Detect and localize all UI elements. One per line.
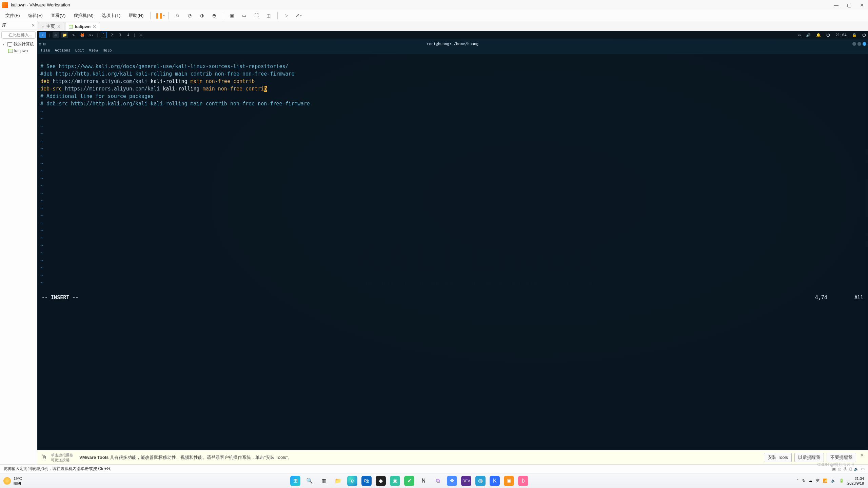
taskbar-app-4-icon[interactable]: ❖ [447, 476, 457, 486]
tab-kalipwn[interactable]: kalipwn ✕ [65, 22, 100, 31]
device-cd-icon[interactable]: ◎ [838, 467, 841, 471]
kali-menu-icon[interactable]: ⚡ [39, 32, 46, 38]
taskbar-app-terminal-icon[interactable]: ▭ [138, 32, 144, 38]
taskbar-edge-icon[interactable]: e [347, 476, 357, 486]
terminal-tab-next-icon[interactable]: ◧ [43, 42, 46, 46]
send-ctrl-alt-del-button[interactable]: ⎙ [173, 12, 181, 20]
menu-file[interactable]: 文件(F) [3, 11, 22, 20]
systray-expand-icon[interactable]: ˄ [797, 479, 799, 483]
snapshot-manage-button[interactable]: ◓ [210, 12, 218, 20]
taskbar-app-3-icon[interactable]: ✔ [404, 476, 414, 486]
view-unity-button[interactable]: ◫ [264, 12, 273, 20]
device-network-icon[interactable]: 🖧 [843, 467, 847, 471]
terminal-min-button[interactable] [852, 42, 856, 46]
systray-cloud-icon[interactable]: ☁ [809, 479, 812, 483]
taskbar-clock-date: 2023/9/18 [847, 481, 864, 486]
view-stretch-dropdown-button[interactable]: ⤢ [295, 12, 303, 20]
taskbar-bilibili-icon[interactable]: b [518, 476, 528, 486]
menu-help[interactable]: 帮助(H) [126, 11, 145, 20]
menu-vm[interactable]: 虚拟机(M) [72, 11, 96, 20]
term-menu-view[interactable]: View [89, 48, 98, 53]
terminal-tab-prev-icon[interactable]: ▤ [39, 42, 41, 46]
tab-home[interactable]: ⌂ 主页 ✕ [38, 22, 64, 31]
kali-text-editor-icon[interactable]: ✎ [70, 32, 77, 38]
workspace-4[interactable]: 4 [125, 32, 131, 38]
start-button[interactable]: ⊞ [290, 476, 300, 486]
tray-volume-icon[interactable]: 🔊 [806, 33, 811, 37]
device-usb-icon[interactable]: ⎙ [849, 467, 852, 471]
click-to-send-keys-hint-l2: 可发送按键 [51, 458, 73, 462]
taskbar-app-1-icon[interactable]: ◆ [376, 476, 386, 486]
window-close-button[interactable]: ✕ [858, 2, 866, 8]
taskbar-notion-icon[interactable]: N [418, 476, 429, 486]
device-display-icon[interactable]: ▭ [861, 467, 865, 471]
terminal-body[interactable]: # See https://www.kali.org/docs/general-… [38, 54, 868, 301]
view-console-button[interactable]: ▭ [240, 12, 248, 20]
systray-sync-icon[interactable]: ↻ [802, 479, 805, 483]
taskbar-vmware-icon[interactable]: ▣ [504, 476, 514, 486]
systray-battery-icon[interactable]: 🔋 [839, 479, 844, 483]
kali-firefox-icon[interactable]: 🦊 [79, 32, 86, 38]
vmtools-remind-later-button[interactable]: 以后提醒我 [794, 453, 824, 462]
taskbar-explorer-icon[interactable]: 📁 [333, 476, 343, 486]
view-fullscreen-button[interactable]: ⛶ [252, 12, 260, 20]
vim-status-line: -- INSERT -- 4,74 All [38, 294, 868, 301]
systray-ime-lang[interactable]: 英 [816, 478, 820, 483]
systray-wifi-icon[interactable]: 📶 [823, 479, 828, 483]
vm-power-pause-button[interactable]: ❚❚ [155, 12, 163, 20]
tray-lock-icon[interactable]: 🔒 [852, 33, 857, 37]
taskbar-store-icon[interactable]: 🛍 [361, 476, 372, 486]
term-menu-help[interactable]: Help [103, 48, 112, 53]
tray-clock[interactable]: 21:04 [835, 33, 847, 37]
tree-my-computer[interactable]: ▾ 我的计算机 [1, 41, 36, 48]
taskbar-visualstudio-icon[interactable]: ⧉ [433, 476, 443, 486]
tab-home-close[interactable]: ✕ [57, 24, 61, 29]
tray-notification-icon[interactable]: 🔔 [816, 33, 821, 37]
window-maximize-button[interactable]: ▢ [845, 2, 853, 8]
kali-shortcut-dropdown-icon[interactable]: ▫ [88, 32, 95, 38]
kali-files-icon[interactable]: 📁 [61, 32, 68, 38]
vmtools-install-button[interactable]: 安装 Tools [764, 453, 792, 462]
systray-volume-icon[interactable]: 🔈 [831, 479, 836, 483]
terminal-titlebar[interactable]: ▤ ◧ root@huang: /home/huang [38, 40, 868, 47]
weather-desc: 晴朗 [14, 481, 22, 486]
tray-power-icon[interactable]: ⏻ [862, 33, 866, 37]
term-menu-file[interactable]: File [41, 48, 50, 53]
term-menu-edit[interactable]: Edit [75, 48, 84, 53]
taskbar-search-icon[interactable]: 🔍 [304, 476, 315, 486]
menu-edit[interactable]: 编辑(E) [26, 11, 45, 20]
tree-vm-kalipwn[interactable]: kalipwn [1, 48, 36, 54]
terminal-max-button[interactable] [857, 42, 861, 46]
terminal-close-button[interactable] [863, 42, 866, 46]
vmtools-banner-close[interactable]: ✕ [860, 453, 864, 462]
vmtools-never-remind-button[interactable]: 不要提醒我 [827, 453, 856, 462]
sidebar-search-input[interactable] [1, 31, 36, 39]
guest-display[interactable]: KALI LINUX "the quieter you become, the … [37, 31, 868, 450]
window-minimize-button[interactable]: — [832, 2, 840, 8]
term-menu-actions[interactable]: Actions [55, 48, 71, 53]
kali-terminal-icon[interactable]: ▭ [53, 32, 59, 38]
device-hdd-icon[interactable]: ▣ [832, 467, 836, 471]
device-sound-icon[interactable]: 🔈 [854, 467, 859, 471]
tray-network-icon[interactable]: ⏻ [826, 33, 830, 37]
snapshot-revert-button[interactable]: ◑ [198, 12, 206, 20]
taskbar-taskview-icon[interactable]: ▥ [319, 476, 329, 486]
view-fit-guest-button[interactable]: ▣ [228, 12, 236, 20]
weather-widget[interactable]: 19°C 晴朗 [3, 476, 22, 486]
menu-view[interactable]: 查看(V) [49, 11, 67, 20]
workspace-1[interactable]: 1 [101, 32, 106, 38]
taskbar-app-5-icon[interactable]: ◍ [475, 476, 486, 486]
workspace-3[interactable]: 3 [117, 32, 123, 38]
snapshot-take-button[interactable]: ◔ [185, 12, 194, 20]
sidebar-close-button[interactable]: ✕ [32, 23, 35, 28]
taskbar-devtools-icon[interactable]: DEV [461, 476, 471, 486]
terminal-window[interactable]: ▤ ◧ root@huang: /home/huang File Actions… [37, 40, 868, 450]
taskbar-app-2-icon[interactable]: ◉ [390, 476, 400, 486]
taskbar-app-6-icon[interactable]: K [490, 476, 500, 486]
tray-display-icon[interactable]: ▭ [798, 33, 801, 37]
taskbar-clock[interactable]: 21:04 2023/9/18 [847, 476, 864, 486]
tab-kalipwn-close[interactable]: ✕ [93, 24, 96, 29]
workspace-2[interactable]: 2 [109, 32, 115, 38]
view-cycle-button[interactable]: ▷ [282, 12, 291, 20]
menu-tabs[interactable]: 选项卡(T) [100, 11, 123, 20]
